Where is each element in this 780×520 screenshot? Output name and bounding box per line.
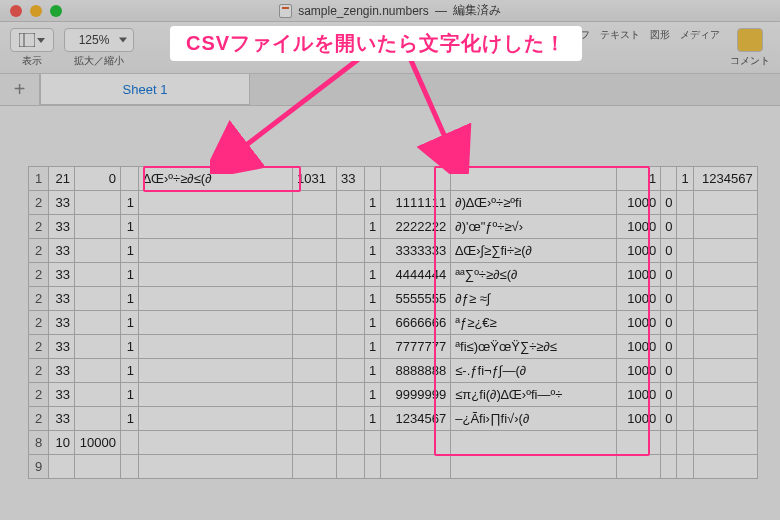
cell[interactable] bbox=[337, 287, 365, 311]
cell[interactable]: 1 bbox=[365, 407, 381, 431]
cell[interactable] bbox=[337, 191, 365, 215]
cell[interactable] bbox=[365, 455, 381, 479]
cell[interactable] bbox=[661, 455, 677, 479]
cell[interactable] bbox=[75, 215, 121, 239]
cell[interactable]: ∂ƒ≥ ≈∫ bbox=[451, 287, 617, 311]
row-header[interactable]: 1 bbox=[29, 167, 49, 191]
cell[interactable] bbox=[293, 431, 337, 455]
cell[interactable]: 1000 bbox=[617, 239, 661, 263]
shape-label[interactable]: 図形 bbox=[650, 28, 670, 42]
cell[interactable] bbox=[693, 263, 757, 287]
cell[interactable] bbox=[139, 335, 293, 359]
cell[interactable]: 1 bbox=[121, 287, 139, 311]
add-sheet-button[interactable]: + bbox=[0, 74, 40, 105]
cell[interactable]: ªfi≤)œŸœŸ∑÷≥∂≤ bbox=[451, 335, 617, 359]
cell[interactable]: 1 bbox=[121, 359, 139, 383]
cell[interactable]: 1 bbox=[121, 311, 139, 335]
cell[interactable]: 33 bbox=[49, 239, 75, 263]
table-row[interactable]: 233118888888≤-.ƒfi¬ƒ∫—(∂10000 bbox=[29, 359, 758, 383]
cell[interactable] bbox=[139, 191, 293, 215]
cell[interactable] bbox=[75, 455, 121, 479]
cell[interactable] bbox=[75, 359, 121, 383]
cell[interactable]: 1000 bbox=[617, 287, 661, 311]
cell[interactable]: 3333333 bbox=[381, 239, 451, 263]
cell[interactable] bbox=[451, 431, 617, 455]
zoom-select[interactable]: 125% bbox=[64, 28, 134, 52]
cell[interactable]: 1000 bbox=[617, 263, 661, 287]
cell[interactable]: 1 bbox=[365, 263, 381, 287]
cell[interactable]: 1234567 bbox=[381, 407, 451, 431]
cell[interactable] bbox=[49, 455, 75, 479]
row-header[interactable]: 2 bbox=[29, 287, 49, 311]
table-row[interactable]: 233116666666ªƒ≥¿€≥10000 bbox=[29, 311, 758, 335]
row-header[interactable]: 2 bbox=[29, 215, 49, 239]
cell[interactable]: 2222222 bbox=[381, 215, 451, 239]
cell[interactable] bbox=[337, 407, 365, 431]
cell[interactable] bbox=[617, 455, 661, 479]
cell[interactable] bbox=[337, 263, 365, 287]
cell[interactable]: 33 bbox=[49, 311, 75, 335]
cell[interactable] bbox=[677, 335, 693, 359]
cell[interactable]: 0 bbox=[661, 407, 677, 431]
row-header[interactable]: 2 bbox=[29, 407, 49, 431]
media-label[interactable]: メディア bbox=[680, 28, 720, 42]
cell[interactable] bbox=[139, 407, 293, 431]
cell[interactable]: ∆Œ›∫≥∑fi÷≥(∂ bbox=[451, 239, 617, 263]
row-header[interactable]: 2 bbox=[29, 239, 49, 263]
cell[interactable]: 1000 bbox=[617, 311, 661, 335]
cell[interactable] bbox=[693, 335, 757, 359]
table-row[interactable]: 81010000 bbox=[29, 431, 758, 455]
cell[interactable] bbox=[693, 239, 757, 263]
cell[interactable] bbox=[677, 263, 693, 287]
cell[interactable] bbox=[293, 263, 337, 287]
cell[interactable]: 8888888 bbox=[381, 359, 451, 383]
table-row[interactable]: 233111111111∂)∆Œ›º÷≥ºfi10000 bbox=[29, 191, 758, 215]
cell[interactable] bbox=[337, 359, 365, 383]
cell[interactable] bbox=[337, 239, 365, 263]
cell[interactable] bbox=[693, 191, 757, 215]
cell[interactable] bbox=[677, 383, 693, 407]
cell[interactable] bbox=[293, 239, 337, 263]
cell[interactable]: ∂)∆Œ›º÷≥ºfi bbox=[451, 191, 617, 215]
cell[interactable] bbox=[381, 167, 451, 191]
cell[interactable] bbox=[75, 407, 121, 431]
table-row[interactable]: 233117777777ªfi≤)œŸœŸ∑÷≥∂≤10000 bbox=[29, 335, 758, 359]
cell[interactable] bbox=[139, 287, 293, 311]
cell[interactable]: 1 bbox=[365, 239, 381, 263]
cell[interactable]: 0 bbox=[661, 239, 677, 263]
cell[interactable] bbox=[293, 407, 337, 431]
cell[interactable] bbox=[693, 287, 757, 311]
cell[interactable]: 9999999 bbox=[381, 383, 451, 407]
cell[interactable] bbox=[677, 191, 693, 215]
cell[interactable] bbox=[293, 215, 337, 239]
cell[interactable] bbox=[365, 167, 381, 191]
cell[interactable]: ªƒ≥¿€≥ bbox=[451, 311, 617, 335]
cell[interactable]: 0 bbox=[661, 191, 677, 215]
cell[interactable] bbox=[617, 431, 661, 455]
cell[interactable]: 1 bbox=[677, 167, 693, 191]
cell[interactable] bbox=[337, 431, 365, 455]
cell[interactable]: 5555555 bbox=[381, 287, 451, 311]
cell[interactable] bbox=[121, 167, 139, 191]
cell[interactable] bbox=[293, 455, 337, 479]
cell[interactable] bbox=[693, 407, 757, 431]
cell[interactable]: 0 bbox=[661, 335, 677, 359]
cell[interactable] bbox=[139, 263, 293, 287]
cell[interactable]: 1000 bbox=[617, 215, 661, 239]
cell[interactable]: 1 bbox=[121, 191, 139, 215]
cell[interactable]: 1000 bbox=[617, 383, 661, 407]
cell[interactable]: 6666666 bbox=[381, 311, 451, 335]
cell[interactable] bbox=[677, 431, 693, 455]
cell[interactable]: 1234567 bbox=[693, 167, 757, 191]
table-row[interactable]: 9 bbox=[29, 455, 758, 479]
cell[interactable]: 0 bbox=[661, 215, 677, 239]
cell[interactable]: 33 bbox=[337, 167, 365, 191]
cell[interactable] bbox=[677, 311, 693, 335]
cell[interactable] bbox=[139, 215, 293, 239]
cell[interactable] bbox=[75, 311, 121, 335]
cell[interactable] bbox=[337, 215, 365, 239]
cell[interactable]: 33 bbox=[49, 383, 75, 407]
cell[interactable]: 1000 bbox=[617, 359, 661, 383]
row-header[interactable]: 2 bbox=[29, 263, 49, 287]
cell[interactable]: 0 bbox=[661, 383, 677, 407]
